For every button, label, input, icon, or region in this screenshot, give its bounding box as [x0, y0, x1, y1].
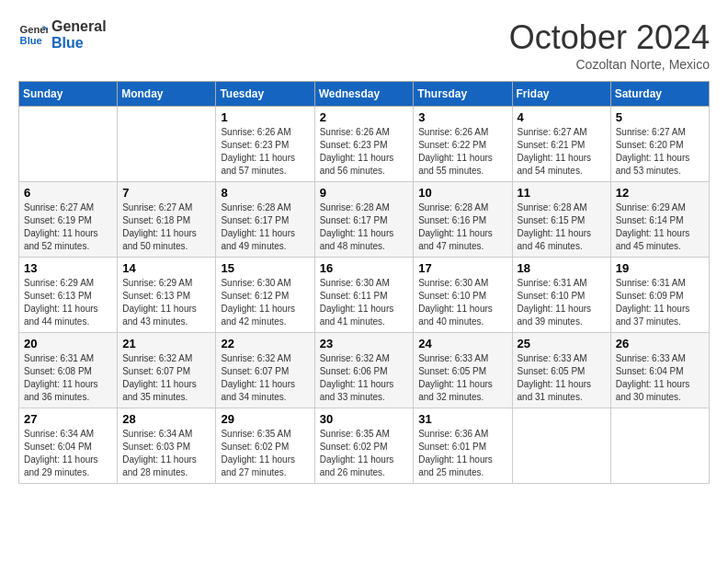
day-info: Sunrise: 6:35 AM Sunset: 6:02 PM Dayligh…	[221, 428, 309, 479]
calendar-cell: 20Sunrise: 6:31 AM Sunset: 6:08 PM Dayli…	[19, 333, 118, 408]
day-info: Sunrise: 6:36 AM Sunset: 6:01 PM Dayligh…	[418, 428, 506, 479]
day-number: 12	[616, 186, 704, 200]
header-day: Sunday	[19, 82, 118, 107]
day-number: 27	[24, 412, 112, 426]
day-info: Sunrise: 6:32 AM Sunset: 6:07 PM Dayligh…	[221, 352, 309, 404]
day-number: 4	[518, 110, 606, 124]
calendar-cell: 15Sunrise: 6:30 AM Sunset: 6:12 PM Dayli…	[216, 258, 314, 333]
calendar-cell: 19Sunrise: 6:31 AM Sunset: 6:09 PM Dayli…	[610, 258, 709, 333]
day-number: 26	[616, 337, 704, 350]
day-number: 1	[221, 110, 309, 124]
calendar-cell: 12Sunrise: 6:29 AM Sunset: 6:14 PM Dayli…	[610, 182, 709, 258]
calendar-cell: 18Sunrise: 6:31 AM Sunset: 6:10 PM Dayli…	[512, 258, 610, 333]
day-info: Sunrise: 6:34 AM Sunset: 6:03 PM Dayligh…	[122, 428, 210, 479]
day-info: Sunrise: 6:35 AM Sunset: 6:02 PM Dayligh…	[320, 428, 409, 479]
day-number: 17	[418, 261, 506, 275]
calendar-cell: 5Sunrise: 6:27 AM Sunset: 6:20 PM Daylig…	[610, 107, 709, 182]
day-info: Sunrise: 6:26 AM Sunset: 6:22 PM Dayligh…	[418, 126, 506, 178]
month-title: October 2024	[509, 18, 710, 57]
day-info: Sunrise: 6:30 AM Sunset: 6:10 PM Dayligh…	[418, 277, 506, 328]
day-info: Sunrise: 6:33 AM Sunset: 6:04 PM Dayligh…	[616, 352, 704, 404]
day-number: 13	[24, 261, 112, 275]
day-number: 20	[24, 337, 112, 350]
calendar-cell: 11Sunrise: 6:28 AM Sunset: 6:15 PM Dayli…	[512, 182, 610, 258]
day-info: Sunrise: 6:29 AM Sunset: 6:13 PM Dayligh…	[24, 277, 112, 328]
day-number: 16	[320, 261, 409, 275]
day-info: Sunrise: 6:28 AM Sunset: 6:15 PM Dayligh…	[518, 201, 606, 253]
day-number: 14	[122, 261, 210, 275]
location: Cozoltan Norte, Mexico	[509, 57, 710, 72]
day-info: Sunrise: 6:27 AM Sunset: 6:19 PM Dayligh…	[24, 201, 112, 253]
calendar-cell: 17Sunrise: 6:30 AM Sunset: 6:10 PM Dayli…	[414, 258, 512, 333]
calendar-cell: 21Sunrise: 6:32 AM Sunset: 6:07 PM Dayli…	[118, 333, 216, 408]
calendar-cell: 7Sunrise: 6:27 AM Sunset: 6:18 PM Daylig…	[118, 182, 216, 258]
calendar-week: 6Sunrise: 6:27 AM Sunset: 6:19 PM Daylig…	[19, 182, 710, 258]
logo: General Blue General Blue	[18, 18, 107, 51]
calendar-week: 27Sunrise: 6:34 AM Sunset: 6:04 PM Dayli…	[19, 408, 710, 484]
day-number: 19	[616, 261, 704, 275]
header-day: Thursday	[414, 82, 512, 107]
day-number: 6	[24, 186, 112, 200]
calendar-cell: 28Sunrise: 6:34 AM Sunset: 6:03 PM Dayli…	[118, 408, 216, 484]
calendar-cell	[118, 107, 216, 182]
calendar-cell	[610, 408, 709, 484]
day-number: 29	[221, 412, 309, 426]
calendar-body: 1Sunrise: 6:26 AM Sunset: 6:23 PM Daylig…	[19, 107, 710, 484]
day-info: Sunrise: 6:32 AM Sunset: 6:07 PM Dayligh…	[122, 352, 210, 404]
calendar-cell: 22Sunrise: 6:32 AM Sunset: 6:07 PM Dayli…	[216, 333, 314, 408]
calendar-cell: 13Sunrise: 6:29 AM Sunset: 6:13 PM Dayli…	[19, 258, 118, 333]
calendar-cell: 3Sunrise: 6:26 AM Sunset: 6:22 PM Daylig…	[414, 107, 512, 182]
calendar-cell: 2Sunrise: 6:26 AM Sunset: 6:23 PM Daylig…	[314, 107, 414, 182]
day-info: Sunrise: 6:31 AM Sunset: 6:10 PM Dayligh…	[518, 277, 606, 328]
day-info: Sunrise: 6:28 AM Sunset: 6:16 PM Dayligh…	[418, 201, 506, 253]
header-day: Friday	[512, 82, 610, 107]
calendar-cell: 4Sunrise: 6:27 AM Sunset: 6:21 PM Daylig…	[512, 107, 610, 182]
day-number: 23	[320, 337, 409, 350]
calendar-cell: 8Sunrise: 6:28 AM Sunset: 6:17 PM Daylig…	[216, 182, 314, 258]
day-number: 22	[221, 337, 309, 350]
day-number: 10	[418, 186, 506, 200]
day-number: 8	[221, 186, 309, 200]
day-info: Sunrise: 6:31 AM Sunset: 6:09 PM Dayligh…	[616, 277, 704, 328]
day-number: 21	[122, 337, 210, 350]
day-info: Sunrise: 6:27 AM Sunset: 6:21 PM Dayligh…	[518, 126, 606, 178]
calendar-cell: 6Sunrise: 6:27 AM Sunset: 6:19 PM Daylig…	[19, 182, 118, 258]
calendar-table: SundayMondayTuesdayWednesdayThursdayFrid…	[18, 81, 710, 484]
calendar-cell: 26Sunrise: 6:33 AM Sunset: 6:04 PM Dayli…	[610, 333, 709, 408]
day-number: 25	[518, 337, 606, 350]
calendar-cell: 24Sunrise: 6:33 AM Sunset: 6:05 PM Dayli…	[414, 333, 512, 408]
day-info: Sunrise: 6:31 AM Sunset: 6:08 PM Dayligh…	[24, 352, 112, 404]
calendar-cell: 25Sunrise: 6:33 AM Sunset: 6:05 PM Dayli…	[512, 333, 610, 408]
title-block: October 2024 Cozoltan Norte, Mexico	[509, 18, 710, 72]
calendar-week: 13Sunrise: 6:29 AM Sunset: 6:13 PM Dayli…	[19, 258, 710, 333]
calendar-cell: 31Sunrise: 6:36 AM Sunset: 6:01 PM Dayli…	[414, 408, 512, 484]
header-day: Wednesday	[314, 82, 414, 107]
day-number: 15	[221, 261, 309, 275]
header-day: Monday	[118, 82, 216, 107]
day-number: 3	[418, 110, 506, 124]
day-info: Sunrise: 6:27 AM Sunset: 6:18 PM Dayligh…	[122, 201, 210, 253]
calendar-header: SundayMondayTuesdayWednesdayThursdayFrid…	[19, 82, 710, 107]
day-info: Sunrise: 6:30 AM Sunset: 6:11 PM Dayligh…	[320, 277, 409, 328]
calendar-cell: 29Sunrise: 6:35 AM Sunset: 6:02 PM Dayli…	[216, 408, 314, 484]
calendar-cell: 9Sunrise: 6:28 AM Sunset: 6:17 PM Daylig…	[314, 182, 414, 258]
page-header: General Blue General Blue October 2024 C…	[18, 18, 710, 72]
day-info: Sunrise: 6:28 AM Sunset: 6:17 PM Dayligh…	[320, 201, 409, 253]
logo-icon: General Blue	[18, 20, 48, 50]
day-info: Sunrise: 6:26 AM Sunset: 6:23 PM Dayligh…	[320, 126, 409, 178]
day-info: Sunrise: 6:29 AM Sunset: 6:14 PM Dayligh…	[616, 201, 704, 253]
day-info: Sunrise: 6:30 AM Sunset: 6:12 PM Dayligh…	[221, 277, 309, 328]
day-info: Sunrise: 6:32 AM Sunset: 6:06 PM Dayligh…	[320, 352, 409, 404]
svg-text:General: General	[20, 24, 48, 35]
day-number: 7	[122, 186, 210, 200]
calendar-week: 20Sunrise: 6:31 AM Sunset: 6:08 PM Dayli…	[19, 333, 710, 408]
day-number: 5	[616, 110, 704, 124]
calendar-cell: 16Sunrise: 6:30 AM Sunset: 6:11 PM Dayli…	[314, 258, 414, 333]
day-number: 11	[518, 186, 606, 200]
calendar-cell: 23Sunrise: 6:32 AM Sunset: 6:06 PM Dayli…	[314, 333, 414, 408]
day-number: 30	[320, 412, 409, 426]
calendar-week: 1Sunrise: 6:26 AM Sunset: 6:23 PM Daylig…	[19, 107, 710, 182]
day-number: 9	[320, 186, 409, 200]
calendar-cell: 14Sunrise: 6:29 AM Sunset: 6:13 PM Dayli…	[118, 258, 216, 333]
day-info: Sunrise: 6:33 AM Sunset: 6:05 PM Dayligh…	[518, 352, 606, 404]
